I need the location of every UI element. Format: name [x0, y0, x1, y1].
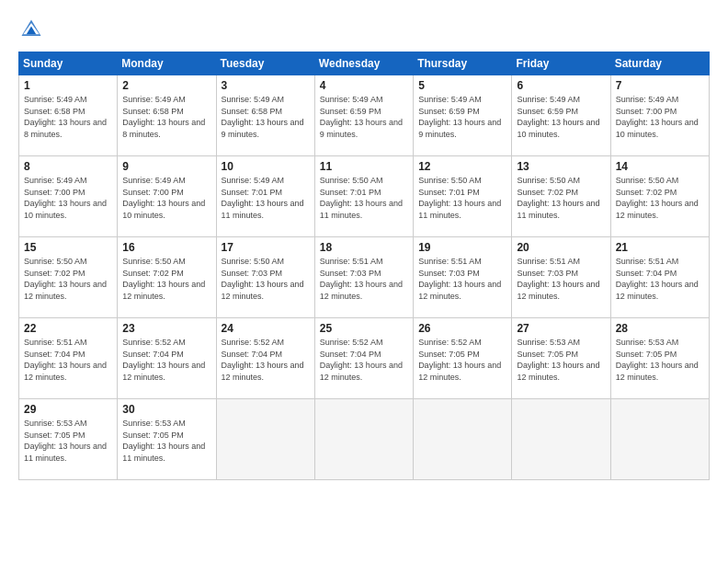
calendar-cell: 22 Sunrise: 5:51 AMSunset: 7:04 PMDaylig…: [19, 318, 118, 399]
day-number: 10: [222, 160, 310, 173]
day-info: Sunrise: 5:50 AMSunset: 7:01 PMDaylight:…: [320, 176, 403, 220]
calendar-cell: 17 Sunrise: 5:50 AMSunset: 7:03 PMDaylig…: [216, 237, 314, 318]
day-info: Sunrise: 5:49 AMSunset: 6:58 PMDaylight:…: [24, 95, 107, 139]
day-info: Sunrise: 5:50 AMSunset: 7:03 PMDaylight:…: [222, 257, 304, 301]
day-info: Sunrise: 5:52 AMSunset: 7:04 PMDaylight:…: [222, 338, 304, 382]
day-info: Sunrise: 5:51 AMSunset: 7:04 PMDaylight:…: [616, 257, 699, 301]
day-number: 22: [24, 322, 112, 335]
calendar-cell: 4 Sunrise: 5:49 AMSunset: 6:59 PMDayligh…: [314, 75, 413, 156]
day-info: Sunrise: 5:53 AMSunset: 7:05 PMDaylight:…: [517, 338, 599, 382]
calendar-cell: 14 Sunrise: 5:50 AMSunset: 7:02 PMDaylig…: [610, 156, 709, 237]
day-number: 8: [24, 160, 112, 173]
day-number: 25: [320, 322, 408, 335]
day-number: 16: [122, 241, 210, 254]
calendar-cell: [414, 399, 512, 480]
day-info: Sunrise: 5:50 AMSunset: 7:02 PMDaylight:…: [24, 257, 107, 301]
day-number: 29: [24, 403, 112, 416]
day-number: 6: [517, 79, 605, 92]
header-sunday: Sunday: [19, 52, 118, 75]
day-number: 23: [122, 322, 210, 335]
calendar-cell: 8 Sunrise: 5:49 AMSunset: 7:00 PMDayligh…: [19, 156, 118, 237]
day-info: Sunrise: 5:49 AMSunset: 6:58 PMDaylight:…: [122, 95, 205, 139]
day-info: Sunrise: 5:53 AMSunset: 7:05 PMDaylight:…: [122, 419, 205, 463]
day-info: Sunrise: 5:49 AMSunset: 7:01 PMDaylight:…: [222, 176, 304, 220]
day-number: 2: [122, 79, 210, 92]
calendar-cell: 10 Sunrise: 5:49 AMSunset: 7:01 PMDaylig…: [216, 156, 314, 237]
calendar-cell: 23 Sunrise: 5:52 AMSunset: 7:04 PMDaylig…: [118, 318, 216, 399]
day-number: 9: [122, 160, 210, 173]
day-number: 7: [616, 79, 704, 92]
calendar-week-row: 22 Sunrise: 5:51 AMSunset: 7:04 PMDaylig…: [19, 318, 710, 399]
day-number: 21: [616, 241, 704, 254]
calendar-table: Sunday Monday Tuesday Wednesday Thursday…: [18, 52, 710, 480]
calendar-cell: 5 Sunrise: 5:49 AMSunset: 6:59 PMDayligh…: [414, 75, 512, 156]
day-info: Sunrise: 5:50 AMSunset: 7:02 PMDaylight:…: [122, 257, 205, 301]
calendar-cell: 13 Sunrise: 5:50 AMSunset: 7:02 PMDaylig…: [512, 156, 610, 237]
calendar-cell: 28 Sunrise: 5:53 AMSunset: 7:05 PMDaylig…: [610, 318, 709, 399]
day-info: Sunrise: 5:50 AMSunset: 7:02 PMDaylight:…: [517, 176, 599, 220]
calendar-cell: 30 Sunrise: 5:53 AMSunset: 7:05 PMDaylig…: [118, 399, 216, 480]
calendar-cell: 9 Sunrise: 5:49 AMSunset: 7:00 PMDayligh…: [118, 156, 216, 237]
day-number: 17: [222, 241, 310, 254]
day-info: Sunrise: 5:51 AMSunset: 7:03 PMDaylight:…: [517, 257, 599, 301]
day-info: Sunrise: 5:51 AMSunset: 7:03 PMDaylight:…: [418, 257, 501, 301]
calendar-cell: 16 Sunrise: 5:50 AMSunset: 7:02 PMDaylig…: [118, 237, 216, 318]
calendar-cell: 21 Sunrise: 5:51 AMSunset: 7:04 PMDaylig…: [610, 237, 709, 318]
calendar-cell: 11 Sunrise: 5:50 AMSunset: 7:01 PMDaylig…: [314, 156, 413, 237]
calendar-cell: 24 Sunrise: 5:52 AMSunset: 7:04 PMDaylig…: [216, 318, 314, 399]
day-info: Sunrise: 5:49 AMSunset: 7:00 PMDaylight:…: [24, 176, 107, 220]
day-info: Sunrise: 5:52 AMSunset: 7:05 PMDaylight:…: [418, 338, 501, 382]
header-tuesday: Tuesday: [216, 52, 314, 75]
logo: [18, 17, 48, 42]
day-info: Sunrise: 5:49 AMSunset: 6:58 PMDaylight:…: [222, 95, 304, 139]
day-number: 30: [122, 403, 210, 416]
day-number: 15: [24, 241, 112, 254]
calendar-cell: [512, 399, 610, 480]
header-monday: Monday: [118, 52, 216, 75]
day-info: Sunrise: 5:50 AMSunset: 7:01 PMDaylight:…: [418, 176, 501, 220]
day-number: 13: [517, 160, 605, 173]
calendar-cell: 15 Sunrise: 5:50 AMSunset: 7:02 PMDaylig…: [19, 237, 118, 318]
day-number: 4: [320, 79, 408, 92]
calendar-cell: 20 Sunrise: 5:51 AMSunset: 7:03 PMDaylig…: [512, 237, 610, 318]
day-info: Sunrise: 5:53 AMSunset: 7:05 PMDaylight:…: [24, 419, 107, 463]
day-info: Sunrise: 5:49 AMSunset: 6:59 PMDaylight:…: [320, 95, 403, 139]
calendar-cell: 12 Sunrise: 5:50 AMSunset: 7:01 PMDaylig…: [414, 156, 512, 237]
calendar-week-row: 29 Sunrise: 5:53 AMSunset: 7:05 PMDaylig…: [19, 399, 710, 480]
calendar-cell: 29 Sunrise: 5:53 AMSunset: 7:05 PMDaylig…: [19, 399, 118, 480]
day-number: 19: [418, 241, 506, 254]
day-number: 20: [517, 241, 605, 254]
day-number: 24: [222, 322, 310, 335]
calendar-cell: [216, 399, 314, 480]
weekday-header-row: Sunday Monday Tuesday Wednesday Thursday…: [19, 52, 710, 75]
day-number: 26: [418, 322, 506, 335]
calendar-cell: 19 Sunrise: 5:51 AMSunset: 7:03 PMDaylig…: [414, 237, 512, 318]
logo-icon: [18, 17, 44, 42]
day-number: 3: [222, 79, 310, 92]
day-number: 1: [24, 79, 112, 92]
calendar-cell: 26 Sunrise: 5:52 AMSunset: 7:05 PMDaylig…: [414, 318, 512, 399]
calendar-cell: 3 Sunrise: 5:49 AMSunset: 6:58 PMDayligh…: [216, 75, 314, 156]
day-info: Sunrise: 5:49 AMSunset: 6:59 PMDaylight:…: [418, 95, 501, 139]
day-info: Sunrise: 5:49 AMSunset: 7:00 PMDaylight:…: [122, 176, 205, 220]
header-thursday: Thursday: [414, 52, 512, 75]
day-info: Sunrise: 5:50 AMSunset: 7:02 PMDaylight:…: [616, 176, 699, 220]
calendar-cell: [314, 399, 413, 480]
day-number: 28: [616, 322, 704, 335]
calendar-week-row: 15 Sunrise: 5:50 AMSunset: 7:02 PMDaylig…: [19, 237, 710, 318]
day-info: Sunrise: 5:51 AMSunset: 7:03 PMDaylight:…: [320, 257, 403, 301]
calendar-cell: 6 Sunrise: 5:49 AMSunset: 6:59 PMDayligh…: [512, 75, 610, 156]
calendar-cell: 18 Sunrise: 5:51 AMSunset: 7:03 PMDaylig…: [314, 237, 413, 318]
day-info: Sunrise: 5:49 AMSunset: 6:59 PMDaylight:…: [517, 95, 599, 139]
day-info: Sunrise: 5:49 AMSunset: 7:00 PMDaylight:…: [616, 95, 699, 139]
day-number: 14: [616, 160, 704, 173]
day-number: 18: [320, 241, 408, 254]
day-number: 11: [320, 160, 408, 173]
calendar-cell: 1 Sunrise: 5:49 AMSunset: 6:58 PMDayligh…: [19, 75, 118, 156]
page: Sunday Monday Tuesday Wednesday Thursday…: [0, 0, 728, 563]
header-saturday: Saturday: [610, 52, 709, 75]
calendar-cell: 27 Sunrise: 5:53 AMSunset: 7:05 PMDaylig…: [512, 318, 610, 399]
day-info: Sunrise: 5:53 AMSunset: 7:05 PMDaylight:…: [616, 338, 699, 382]
day-info: Sunrise: 5:52 AMSunset: 7:04 PMDaylight:…: [122, 338, 205, 382]
header-wednesday: Wednesday: [314, 52, 413, 75]
